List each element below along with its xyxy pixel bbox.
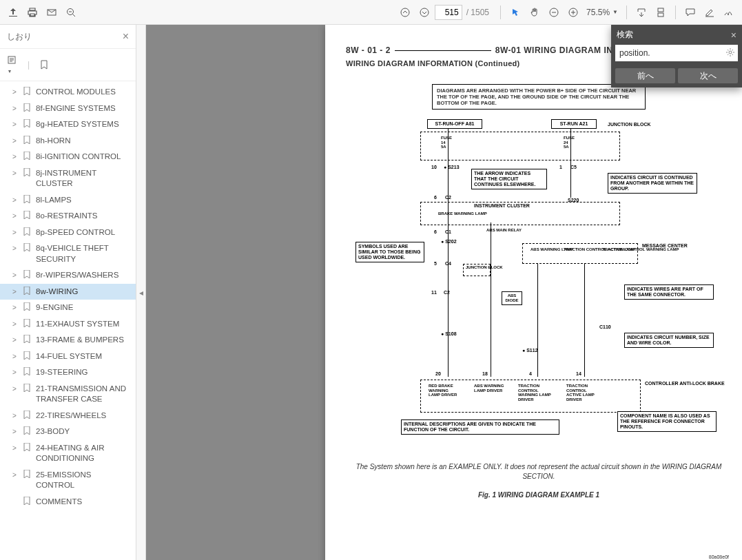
zoom-out-icon[interactable] <box>62 3 80 21</box>
bookmark-label: 9-ENGINE <box>36 302 130 313</box>
bookmark-icon <box>23 426 32 435</box>
mail-icon[interactable] <box>43 3 61 21</box>
wiring-diagram: ST-RUN-OFF A81 ST-RUN A21 JUNCTION BLOCK… <box>346 119 732 450</box>
collapse-sidebar-handle[interactable]: ◂ <box>136 25 146 560</box>
plus-icon[interactable] <box>564 3 582 21</box>
sidebar-title: しおり <box>7 31 32 43</box>
bookmark-item[interactable]: >CONTROL MODULES <box>0 84 136 101</box>
chevron-right-icon: > <box>12 368 19 377</box>
bookmark-item[interactable]: >8j-INSTRUMENT CLUSTER <box>0 165 136 192</box>
highlight-icon[interactable] <box>701 3 719 21</box>
bookmark-label: 8h-HORN <box>36 136 130 147</box>
chevron-right-icon: > <box>12 87 19 97</box>
outline-options-icon[interactable]: ▾ <box>7 54 18 75</box>
bookmark-icon <box>23 227 32 236</box>
bookmark-icon <box>23 470 32 478</box>
hand-icon[interactable] <box>526 3 544 21</box>
bookmark-label: 8g-HEATED SYSTEMS <box>36 119 130 130</box>
zoom-select[interactable]: 75.5%▼ <box>584 6 621 19</box>
bookmark-item[interactable]: >8l-LAMPS <box>0 192 136 209</box>
bookmark-icon <box>23 411 32 419</box>
bookmark-icon <box>23 195 32 203</box>
bookmark-icon <box>23 287 32 295</box>
bookmark-item[interactable]: >22-TIRES/WHEELS <box>0 408 136 424</box>
bookmark-item[interactable]: COMMENTS <box>0 494 136 510</box>
bookmark-item[interactable]: >8q-VEHICLE THEFT SECURITY <box>0 240 136 267</box>
diagram-note-top: DIAGRAMS ARE ARRANGED WITH THE POWER B+ … <box>432 84 646 110</box>
bookmark-item[interactable]: >8o-RESTRAINTS <box>0 208 136 225</box>
bookmark-label: 25-EMISSIONS CONTROL <box>36 470 130 491</box>
bookmark-item[interactable]: >8h-HORN <box>0 133 136 149</box>
chevron-right-icon: > <box>12 470 19 480</box>
page-total: / 1505 <box>466 8 489 17</box>
bookmark-label: 14-FUEL SYSTEM <box>36 351 130 362</box>
bookmark-item[interactable]: >13-FRAME & BUMPERS <box>0 332 136 349</box>
bookmark-label: 8j-INSTRUMENT CLUSTER <box>36 168 130 189</box>
bookmark-item[interactable]: >25-EMISSIONS CONTROL <box>0 467 136 494</box>
bookmark-label: 19-STEERING <box>36 367 130 378</box>
bookmark-item[interactable]: >21-TRANSMISSION AND TRANSFER CASE <box>0 381 136 408</box>
close-search-icon[interactable]: × <box>731 30 736 41</box>
chevron-right-icon: > <box>12 152 19 162</box>
bookmark-tool-icon[interactable] <box>39 60 49 70</box>
bookmark-label: 8f-ENGINE SYSTEMS <box>36 103 130 114</box>
bookmark-list: >CONTROL MODULES>8f-ENGINE SYSTEMS>8g-HE… <box>0 81 136 560</box>
chevron-right-icon: > <box>12 287 19 297</box>
bookmark-item[interactable]: >8f-ENGINE SYSTEMS <box>0 101 136 117</box>
upload-icon[interactable] <box>4 3 22 21</box>
figure-caption: The System shown here is an EXAMPLE ONLY… <box>346 462 732 481</box>
bookmark-item[interactable]: >8r-WIPERS/WASHERS <box>0 267 136 284</box>
pointer-icon[interactable] <box>506 3 524 21</box>
minus-icon[interactable] <box>545 3 563 21</box>
bookmark-label: 23-BODY <box>36 426 130 437</box>
bookmark-label: 8o-RESTRAINTS <box>36 211 130 222</box>
chevron-right-icon: > <box>12 136 19 146</box>
search-title: 検索 <box>617 29 633 41</box>
bookmark-item[interactable]: >23-BODY <box>0 424 136 440</box>
bookmark-item[interactable]: >8w-WIRING <box>0 284 136 300</box>
bookmark-icon <box>23 103 32 112</box>
bookmark-icon <box>23 367 32 375</box>
page-number-input[interactable] <box>435 5 462 20</box>
bookmark-icon <box>23 119 32 127</box>
chevron-right-icon: > <box>12 271 19 280</box>
bookmark-item[interactable]: >19-STEERING <box>0 364 136 381</box>
main-toolbar: / 1505 75.5%▼ <box>0 0 742 25</box>
bookmark-icon <box>23 351 32 360</box>
pdf-page: 8W - 01 - 28W-01 WIRING DIAGRAM INFORMAT… <box>325 25 742 560</box>
comment-icon[interactable] <box>681 3 699 21</box>
bookmark-label: COMMENTS <box>36 497 130 508</box>
fit-width-icon[interactable] <box>632 3 650 21</box>
document-viewer[interactable]: 8W - 01 - 28W-01 WIRING DIAGRAM INFORMAT… <box>146 25 742 560</box>
search-input[interactable] <box>615 45 738 61</box>
bookmark-icon <box>23 243 32 251</box>
bookmark-label: 11-EXHAUST SYSTEM <box>36 319 130 330</box>
scroll-mode-icon[interactable] <box>652 3 670 21</box>
bookmark-item[interactable]: >24-HEATING & AIR CONDITIONING <box>0 440 136 467</box>
search-prev-button[interactable]: 前へ <box>615 68 675 83</box>
bookmark-icon <box>23 87 32 95</box>
sign-icon[interactable] <box>720 3 738 21</box>
bookmark-item[interactable]: >8g-HEATED SYSTEMS <box>0 116 136 133</box>
bookmark-icon <box>23 136 32 144</box>
bookmark-item[interactable]: >9-ENGINE <box>0 300 136 316</box>
bookmark-icon <box>23 302 32 311</box>
bookmarks-sidebar: しおり × ▾ | >CONTROL MODULES>8f-ENGINE SYS… <box>0 25 136 560</box>
close-sidebar-icon[interactable]: × <box>123 30 129 43</box>
search-settings-icon[interactable] <box>725 48 735 57</box>
bookmark-item[interactable]: >8p-SPEED CONTROL <box>0 225 136 241</box>
bookmark-item[interactable]: >11-EXHAUST SYSTEM <box>0 316 136 333</box>
page-up-icon[interactable] <box>396 3 414 21</box>
chevron-right-icon: > <box>12 169 19 178</box>
bookmark-item[interactable]: >14-FUEL SYSTEM <box>0 349 136 365</box>
bookmark-icon <box>23 443 32 451</box>
bookmark-label: 8p-SPEED CONTROL <box>36 227 130 238</box>
chevron-right-icon: > <box>12 411 19 421</box>
page-code: 80a08e0f <box>709 554 729 559</box>
bookmark-item[interactable]: >8i-IGNITION CONTROL <box>0 149 136 165</box>
page-down-icon[interactable] <box>415 3 433 21</box>
print-icon[interactable] <box>23 3 41 21</box>
bookmark-label: CONTROL MODULES <box>36 87 130 98</box>
search-next-button[interactable]: 次へ <box>678 68 738 83</box>
bookmark-icon <box>23 497 32 505</box>
